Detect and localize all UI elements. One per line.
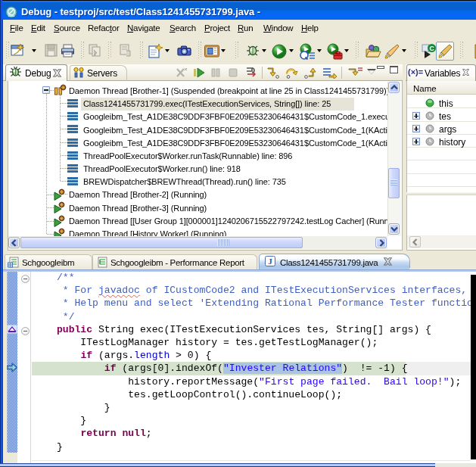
svg-text:C: C — [429, 45, 434, 52]
svg-text:J: J — [268, 257, 272, 266]
